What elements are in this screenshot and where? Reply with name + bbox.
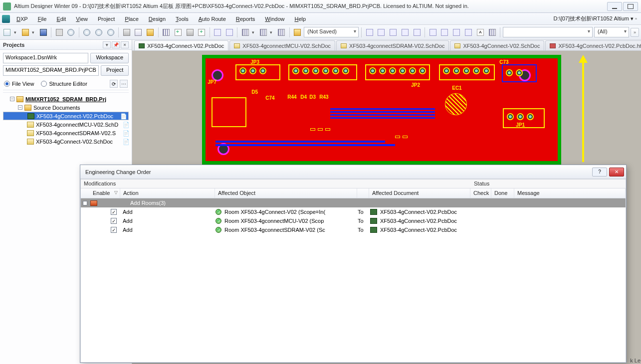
tb-extra-3[interactable]: [276, 27, 287, 38]
folder-icon: [90, 200, 97, 206]
snapshot-dropdown[interactable]: (Not Saved): [304, 27, 359, 37]
structure-radio[interactable]: [41, 81, 47, 87]
new-button[interactable]: [2, 27, 12, 38]
tree-doc-sch2[interactable]: XF503-4gconnectSDRAM-V02.S 📄: [3, 129, 129, 137]
menu-project[interactable]: Project: [93, 14, 119, 23]
workspace-select[interactable]: Workspace1.DsnWrk: [3, 53, 88, 63]
fileview-radio[interactable]: [4, 81, 10, 87]
tab-htm[interactable]: XF503-4gConnect-V02.PcbDoc.htm: [545, 40, 641, 50]
redo-button[interactable]: [224, 27, 235, 38]
place-line[interactable]: [427, 27, 438, 38]
menu-tools[interactable]: Tools: [171, 14, 193, 23]
route-multi[interactable]: [388, 27, 399, 38]
workspace-button[interactable]: Workspace: [90, 53, 129, 63]
project-field[interactable]: MIMXRT1052_SDRAM_BRD.PrjPCB: [3, 65, 99, 76]
col-msg[interactable]: Message: [514, 188, 626, 198]
menu-view[interactable]: View: [71, 14, 92, 23]
toggle-icon[interactable]: −: [10, 97, 14, 101]
col-affobj[interactable]: Affected Object: [215, 188, 357, 198]
refresh-icon[interactable]: ⟳: [110, 80, 118, 88]
place-fill[interactable]: [451, 27, 462, 38]
tree-source-docs[interactable]: − Source Documents: [3, 103, 129, 112]
project-icon: [16, 96, 23, 102]
select-inside[interactable]: [161, 27, 172, 38]
deselect[interactable]: [185, 27, 195, 38]
menu-help[interactable]: Help: [290, 14, 310, 23]
preview-button[interactable]: [66, 27, 76, 38]
route-diff[interactable]: [376, 27, 387, 38]
menu-file[interactable]: File: [33, 14, 51, 23]
clear[interactable]: [197, 27, 207, 38]
copy-button[interactable]: [133, 27, 144, 38]
enable-checkbox[interactable]: ✓: [111, 209, 117, 215]
browse-button[interactable]: [292, 27, 302, 38]
panel-close-button[interactable]: ×: [121, 41, 129, 48]
zoom-area[interactable]: [82, 27, 92, 38]
route-track[interactable]: [364, 27, 375, 38]
paste-button[interactable]: [145, 27, 156, 38]
eco-row-1[interactable]: ✓ Add Room XF503-4gConnect-V02 (Scope=In…: [81, 207, 626, 216]
enable-checkbox[interactable]: ✓: [111, 218, 117, 224]
eco-titlebar[interactable]: Engineering Change Order ? ✕: [80, 165, 626, 179]
menu-edit[interactable]: Edit: [52, 14, 70, 23]
filter-dropdown[interactable]: [503, 27, 593, 37]
minimize-button[interactable]: [607, 2, 622, 11]
enable-checkbox[interactable]: ✓: [111, 227, 117, 233]
place-poly[interactable]: [463, 27, 474, 38]
menu-reports[interactable]: Reports: [231, 14, 260, 23]
move-sel[interactable]: [173, 27, 183, 38]
eco-help-button[interactable]: ?: [592, 168, 607, 177]
col-affdoc[interactable]: Affected Document: [369, 188, 470, 198]
eco-row-3[interactable]: ✓ Add Room XF503-4gconnectSDRAM-V02 (Sc …: [81, 225, 626, 234]
zoom-sel[interactable]: [105, 27, 116, 38]
menu-path[interactable]: D:\[07]技术创新\RT1052 Altium ▾ ◦: [554, 15, 641, 22]
menu-window[interactable]: Window: [260, 14, 289, 23]
place-via[interactable]: [400, 27, 411, 38]
tb-extra-2[interactable]: [258, 27, 268, 38]
print-button[interactable]: [54, 27, 64, 38]
col-enable[interactable]: Enable▽: [81, 188, 120, 198]
menu-autoroute[interactable]: Auto Route: [194, 14, 230, 23]
new-dropdown[interactable]: ▾: [14, 30, 18, 35]
save-button[interactable]: [38, 27, 48, 38]
eco-close-button[interactable]: ✕: [609, 168, 624, 177]
open-button[interactable]: [20, 27, 30, 38]
place-string[interactable]: A: [475, 27, 485, 38]
col-action[interactable]: Action: [120, 188, 215, 198]
all-dropdown[interactable]: (All): [594, 27, 629, 37]
cut-button[interactable]: [121, 27, 132, 38]
toolbar: ▾ ▾ ▾ ▾ (Not Saved) A (All) »: [0, 25, 641, 40]
zoom-fit[interactable]: [94, 27, 104, 38]
col-check[interactable]: Check: [470, 188, 491, 198]
place-pad[interactable]: [412, 27, 422, 38]
tab-schdoc1[interactable]: XF503-4gconnectMCU-V02.SchDoc: [229, 40, 335, 50]
tb-extra-2d[interactable]: ▾: [270, 30, 274, 35]
toggle-icon[interactable]: −: [18, 105, 22, 110]
menu-place[interactable]: Place: [120, 14, 143, 23]
eco-group-row[interactable]: − Add Rooms(3): [81, 198, 626, 207]
tab-schdoc3[interactable]: XF503-4gConnect-V02.SchDoc: [450, 40, 544, 50]
place-arc[interactable]: [439, 27, 450, 38]
menu-dxp[interactable]: DXP: [12, 14, 32, 23]
options-icon[interactable]: ⋯: [120, 80, 128, 88]
tree-doc-sch3[interactable]: XF503-4gConnect-V02.SchDoc 📄: [3, 137, 129, 146]
undo-button[interactable]: [213, 27, 223, 38]
tb-extra-1d[interactable]: ▾: [252, 30, 256, 35]
menu-design[interactable]: Design: [144, 14, 170, 23]
tree-project[interactable]: − MIMXRT1052_SDRAM_BRD.Prj: [3, 95, 129, 103]
tb-extra-1[interactable]: [240, 27, 250, 38]
project-button[interactable]: Project: [101, 65, 129, 76]
place-dim[interactable]: [487, 27, 497, 38]
maximize-button[interactable]: [623, 2, 638, 11]
eco-row-2[interactable]: ✓ Add Room XF503-4gconnectMCU-V02 (Scop …: [81, 216, 626, 225]
toolbar-overflow[interactable]: »: [631, 28, 639, 37]
open-dropdown[interactable]: ▾: [32, 30, 36, 35]
col-done[interactable]: Done: [491, 188, 514, 198]
tree-doc-sch1[interactable]: XF503-4gconnectMCU-V02.SchD 📄: [3, 120, 129, 129]
tree-doc-pcb[interactable]: XF503-4gConnect-V02.PcbDoc 📄: [3, 112, 129, 120]
panel-dropdown-button[interactable]: ▾: [103, 41, 111, 48]
expander-icon[interactable]: −: [83, 201, 87, 205]
tab-schdoc2[interactable]: XF503-4gconnectSDRAM-V02.SchDoc: [336, 40, 449, 50]
panel-pin-button[interactable]: 📌: [112, 41, 120, 48]
tab-pcbdoc[interactable]: XF503-4gConnect-V02.PcbDoc: [134, 40, 228, 50]
